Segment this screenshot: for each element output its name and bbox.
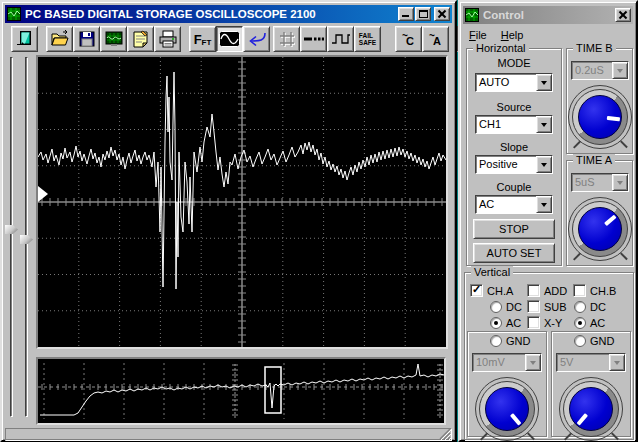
menu-help[interactable]: Help (501, 29, 524, 41)
slope-combobox[interactable]: Positive (475, 155, 553, 174)
waveform-button[interactable] (216, 26, 243, 52)
ch-b-gnd-radio[interactable] (574, 335, 586, 347)
time-b-knob[interactable] (572, 89, 628, 145)
open-folder-icon (50, 29, 70, 49)
channel-a-position-slider[interactable] (5, 55, 19, 419)
exit-button[interactable] (11, 26, 38, 52)
ch-a-range-combobox[interactable]: 10mV (472, 353, 542, 372)
close-button[interactable] (434, 7, 450, 21)
fft-button[interactable]: FFT (189, 26, 216, 52)
grid-icon (278, 30, 296, 48)
square-wave-button[interactable] (327, 26, 354, 52)
ch-b-checkbox[interactable]: ✓ (573, 284, 586, 297)
print-button[interactable] (154, 26, 181, 52)
horizontal-group-label: Horizontal (473, 42, 529, 55)
source-label: Source (467, 101, 561, 113)
notes-button[interactable] (127, 26, 154, 52)
knob-max-tick (620, 141, 627, 148)
knob-face (578, 207, 622, 251)
ch-a-gnd-label: GND (506, 335, 530, 347)
time-b-group: TIME B 0.2uS (566, 48, 633, 154)
add-label: ADD (544, 285, 567, 297)
grid-button[interactable] (273, 26, 300, 52)
close-icon (438, 10, 446, 18)
coupling-c-button[interactable]: ~ C (395, 26, 422, 52)
ch-a-gnd-radio[interactable] (490, 335, 502, 347)
chevron-down-icon (612, 62, 628, 79)
printer-icon (158, 29, 178, 49)
notepad-icon (131, 30, 150, 49)
ch-a-ac-label: AC (506, 317, 521, 329)
overview-display[interactable] (36, 357, 446, 425)
ch-b-gnd-label: GND (590, 335, 614, 347)
coupling-a-button[interactable]: ~ A (422, 26, 449, 52)
time-b-combobox[interactable]: 0.2uS (571, 61, 629, 80)
ch-b-dc-label: DC (590, 301, 606, 313)
ch-a-checkbox[interactable]: ✓ (470, 284, 483, 297)
blue-return-arrow-icon (247, 31, 267, 47)
time-a-combobox[interactable]: 5uS (571, 173, 629, 192)
xy-label: X-Y (544, 317, 562, 329)
slider-thumb[interactable] (5, 225, 18, 234)
overview-canvas[interactable] (38, 359, 444, 423)
knob-min-tick (564, 433, 571, 440)
vertical-group-label: Vertical (471, 266, 513, 279)
square-wave-icon (331, 31, 351, 47)
couple-combobox[interactable]: AC (475, 195, 553, 214)
sine-wave-icon (219, 31, 240, 47)
close-icon (619, 11, 627, 19)
chevron-down-icon[interactable] (536, 74, 552, 91)
ch-a-ac-radio[interactable] (490, 317, 502, 329)
resize-grip[interactable] (439, 428, 451, 440)
capture-button[interactable] (100, 26, 127, 52)
mode-label: MODE (467, 57, 561, 69)
ch-a-gain-knob[interactable] (479, 381, 535, 437)
control-scope-icon (465, 8, 479, 22)
main-scope-canvas (38, 57, 446, 347)
fail-safe-button[interactable]: FAIL SAFE (354, 26, 381, 52)
time-a-group-label: TIME A (573, 154, 615, 167)
add-checkbox[interactable]: ✓ (527, 284, 540, 297)
ch-b-dc-radio[interactable] (574, 301, 586, 313)
control-window: Control File Help Horizontal MODE AUTO S… (458, 0, 638, 442)
main-window: PC BASED DIGITAL STORAGE OSCILLOSCOPE 21… (0, 0, 457, 442)
sub-checkbox[interactable]: ✓ (527, 300, 540, 313)
mode-combobox[interactable]: AUTO (475, 73, 553, 92)
time-a-group: TIME A 5uS (566, 160, 633, 266)
chevron-down-icon (609, 354, 625, 371)
control-close-button[interactable] (615, 8, 631, 22)
minimize-button[interactable] (398, 7, 414, 21)
window-title: PC BASED DIGITAL STORAGE OSCILLOSCOPE 21… (25, 8, 397, 20)
channel-b-position-slider[interactable] (20, 55, 34, 419)
auto-set-button[interactable]: AUTO SET (473, 243, 555, 263)
chevron-down-icon[interactable] (536, 196, 552, 213)
knob-max-tick (611, 433, 618, 440)
time-b-group-label: TIME B (573, 42, 616, 55)
recall-button[interactable] (243, 26, 270, 52)
line-style-button[interactable] (300, 26, 327, 52)
xy-checkbox[interactable]: ✓ (527, 316, 540, 329)
slope-label: Slope (467, 141, 561, 153)
ch-b-gain-knob[interactable] (563, 381, 619, 437)
knob-max-tick (620, 253, 627, 260)
exit-door-icon (15, 29, 35, 49)
app-scope-icon (7, 7, 21, 21)
slider-thumb[interactable] (20, 235, 33, 244)
ch-b-ac-radio[interactable] (574, 317, 586, 329)
zoom-selector-box[interactable] (265, 367, 281, 413)
trigger-level-marker[interactable] (38, 186, 48, 202)
ch-b-range-combobox[interactable]: 5V (556, 353, 626, 372)
chevron-down-icon (612, 174, 628, 191)
couple-label: Couple (467, 181, 561, 193)
chevron-down-icon[interactable] (536, 116, 552, 133)
source-combobox[interactable]: CH1 (475, 115, 553, 134)
maximize-button[interactable] (415, 7, 431, 21)
open-button[interactable] (46, 26, 73, 52)
ch-b-label: CH.B (590, 285, 616, 297)
stop-button[interactable]: STOP (473, 219, 555, 239)
save-button[interactable] (73, 26, 100, 52)
chevron-down-icon[interactable] (536, 156, 552, 173)
ch-a-dc-radio[interactable] (490, 301, 502, 313)
menu-file[interactable]: File (469, 29, 487, 41)
time-a-knob[interactable] (572, 201, 628, 257)
